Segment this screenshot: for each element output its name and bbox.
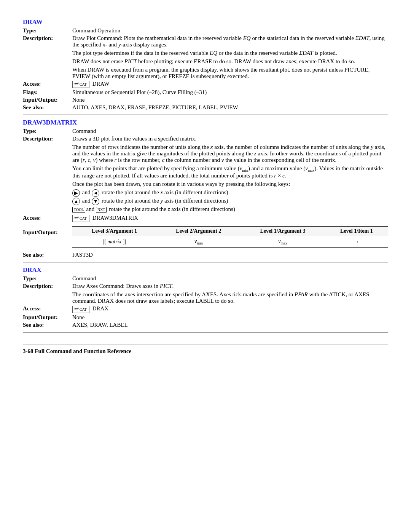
draw3dmatrix-section: DRAW3DMATRIX Type: Command Description: … bbox=[23, 119, 388, 258]
draw-io-label: Input/Output: bbox=[23, 97, 72, 103]
draw-access-cmd: DRAW bbox=[92, 81, 110, 87]
page-footer: 3-68 Full Command and Function Reference bbox=[23, 345, 388, 355]
draw-flags-label: Flags: bbox=[23, 89, 72, 96]
draw3d-desc-p4: Once the plot has been drawn, you can ro… bbox=[72, 181, 388, 187]
draw3d-access-key: ⮨ CAT bbox=[72, 215, 89, 222]
draw3d-io-row: Input/Output: Level 3/Argument 1 Level 2… bbox=[23, 223, 388, 251]
draw-desc-p2: The plot type determines if the data in … bbox=[72, 50, 388, 56]
draw3d-desc-p2: The number of rows indicates the number … bbox=[72, 144, 388, 163]
io-col2-header: Level 2/Argument 2 bbox=[156, 226, 241, 236]
draw3d-type-label: Type: bbox=[23, 128, 72, 134]
draw-desc-label: Description: bbox=[23, 35, 72, 42]
io-table-body: [[ matrix ]] vmin vmax → bbox=[72, 236, 388, 248]
draw-seealso-value: AUTO, AXES, DRAX, ERASE, FREEZE, PICTURE… bbox=[72, 104, 388, 111]
drax-type-row: Type: Command bbox=[23, 275, 388, 282]
drax-seealso-value: AXES, DRAW, LABEL bbox=[72, 322, 388, 328]
drax-desc-content: Draw Axes Command: Draws axes in PICT. T… bbox=[72, 283, 388, 304]
draw-type-label: Type: bbox=[23, 27, 72, 34]
draw3d-arrow-icon: ⮨ bbox=[74, 216, 79, 221]
left-circle-icon: ◄ bbox=[92, 189, 99, 197]
draw-type-row: Type: Command Operation bbox=[23, 27, 388, 34]
draw3d-seealso-label: See also: bbox=[23, 252, 72, 258]
drax-type-value: Command bbox=[72, 275, 388, 282]
draw-access-value: ⮨ CAT DRAW bbox=[72, 81, 388, 88]
io-cell-2: vmin bbox=[156, 236, 241, 248]
io-table-row: [[ matrix ]] vmin vmax → bbox=[72, 236, 388, 248]
draw3d-access-row: Access: ⮨ CAT DRAW3DMATRIX bbox=[23, 215, 388, 222]
draw3d-seealso-value: FAST3D bbox=[72, 252, 388, 258]
nxt-key-icon: NXT bbox=[96, 207, 107, 213]
io-table: Level 3/Argument 1 Level 2/Argument 2 Le… bbox=[72, 226, 388, 248]
draw-arrow-icon: ⮨ bbox=[74, 81, 79, 87]
tool-key-icon: TOOL bbox=[72, 207, 85, 213]
draw-io-row: Input/Output: None bbox=[23, 97, 388, 103]
draw-access-label: Access: bbox=[23, 81, 72, 87]
draw3dmatrix-title: DRAW3DMATRIX bbox=[23, 119, 388, 126]
drax-seealso-row: See also: AXES, DRAW, LABEL bbox=[23, 322, 388, 328]
io-cell-3: vmax bbox=[241, 236, 325, 248]
drax-desc-row: Description: Draw Axes Command: Draws ax… bbox=[23, 283, 388, 304]
draw-flags-row: Flags: Simultaneous or Sequential Plot (… bbox=[23, 89, 388, 96]
drax-type-label: Type: bbox=[23, 275, 72, 282]
draw3d-rotate2: ▲ and ▼ rotate the plot around the y axi… bbox=[72, 198, 388, 205]
drax-access-key: ⮨ CAT bbox=[72, 306, 89, 313]
drax-access-row: Access: ⮨ CAT DRAX bbox=[23, 305, 388, 313]
drax-io-value: None bbox=[72, 314, 388, 321]
drax-cat-label: CAT bbox=[80, 307, 87, 312]
draw-flags-value: Simultaneous or Sequential Plot (–28), C… bbox=[72, 89, 388, 96]
divider-2 bbox=[23, 262, 388, 262]
draw3d-desc-p3: You can limit the points that are plotte… bbox=[72, 165, 388, 179]
draw-desc-p3: DRAW does not erase PICT before plotting… bbox=[72, 58, 388, 65]
draw-desc-content: Draw Plot Command: Plots the mathematica… bbox=[72, 35, 388, 80]
draw3d-io-label: Input/Output: bbox=[23, 229, 72, 236]
io-col4-header: Level 1/Item 1 bbox=[325, 226, 388, 236]
draw-seealso-label: See also: bbox=[23, 104, 72, 111]
drax-section: DRAX Type: Command Description: Draw Axe… bbox=[23, 266, 388, 328]
divider-3 bbox=[23, 332, 388, 332]
draw-seealso-row: See also: AUTO, AXES, DRAX, ERASE, FREEZ… bbox=[23, 104, 388, 111]
io-col1-header: Level 3/Argument 1 bbox=[72, 226, 156, 236]
drax-desc-label: Description: bbox=[23, 283, 72, 289]
draw3d-access-value: ⮨ CAT DRAW3DMATRIX bbox=[72, 215, 388, 222]
drax-io-row: Input/Output: None bbox=[23, 314, 388, 321]
footer-text: 3-68 Full Command and Function Reference bbox=[23, 348, 131, 355]
draw3d-rotate1: ▶ and ◄ rotate the plot around the x axi… bbox=[72, 189, 388, 197]
draw-access-key: ⮨ CAT bbox=[72, 81, 89, 88]
draw-desc-p4: When DRAW is executed from a program, th… bbox=[72, 67, 388, 80]
drax-access-cmd: DRAX bbox=[92, 305, 109, 312]
drax-desc-p2: The coordinates of the axes intersection… bbox=[72, 291, 388, 304]
right-circle-icon: ▶ bbox=[72, 189, 80, 197]
io-table-head: Level 3/Argument 1 Level 2/Argument 2 Le… bbox=[72, 226, 388, 236]
draw-desc-p1: Draw Plot Command: Plots the mathematica… bbox=[72, 35, 388, 48]
draw3d-access-cmd: DRAW3DMATRIX bbox=[92, 215, 138, 221]
io-table-header-row: Level 3/Argument 1 Level 2/Argument 2 Le… bbox=[72, 226, 388, 236]
draw3d-io-table-container: Level 3/Argument 1 Level 2/Argument 2 Le… bbox=[72, 223, 388, 251]
drax-arrow-icon: ⮨ bbox=[74, 307, 79, 312]
draw3d-desc-row: Description: Draws a 3D plot from the va… bbox=[23, 136, 388, 214]
drax-title: DRAX bbox=[23, 266, 388, 274]
io-cell-4: → bbox=[325, 236, 388, 248]
drax-access-label: Access: bbox=[23, 305, 72, 312]
drax-desc-p1: Draw Axes Command: Draws axes in PICT. bbox=[72, 283, 388, 289]
draw3d-cat-label: CAT bbox=[80, 216, 87, 220]
draw3d-type-value: Command bbox=[72, 128, 388, 134]
down-circle-icon: ▼ bbox=[92, 198, 99, 205]
draw-section: DRAW Type: Command Operation Description… bbox=[23, 18, 388, 111]
draw3d-seealso-row: See also: FAST3D bbox=[23, 252, 388, 258]
draw3d-desc-p1: Draws a 3D plot from the values in a spe… bbox=[72, 136, 388, 142]
draw3d-type-row: Type: Command bbox=[23, 128, 388, 134]
drax-io-label: Input/Output: bbox=[23, 314, 72, 321]
drax-seealso-label: See also: bbox=[23, 322, 72, 328]
draw-io-value: None bbox=[72, 97, 388, 103]
divider-1 bbox=[23, 115, 388, 115]
draw-title: DRAW bbox=[23, 18, 388, 26]
draw-cat-label: CAT bbox=[80, 82, 87, 86]
io-col3-header: Level 1/Argument 3 bbox=[241, 226, 325, 236]
io-cell-1: [[ matrix ]] bbox=[72, 236, 156, 248]
up-circle-icon: ▲ bbox=[72, 198, 80, 205]
draw3d-desc-label: Description: bbox=[23, 136, 72, 142]
draw-desc-row: Description: Draw Plot Command: Plots th… bbox=[23, 35, 388, 80]
draw3d-access-label: Access: bbox=[23, 215, 72, 221]
drax-access-value: ⮨ CAT DRAX bbox=[72, 305, 388, 313]
draw3d-desc-content: Draws a 3D plot from the values in a spe… bbox=[72, 136, 388, 214]
